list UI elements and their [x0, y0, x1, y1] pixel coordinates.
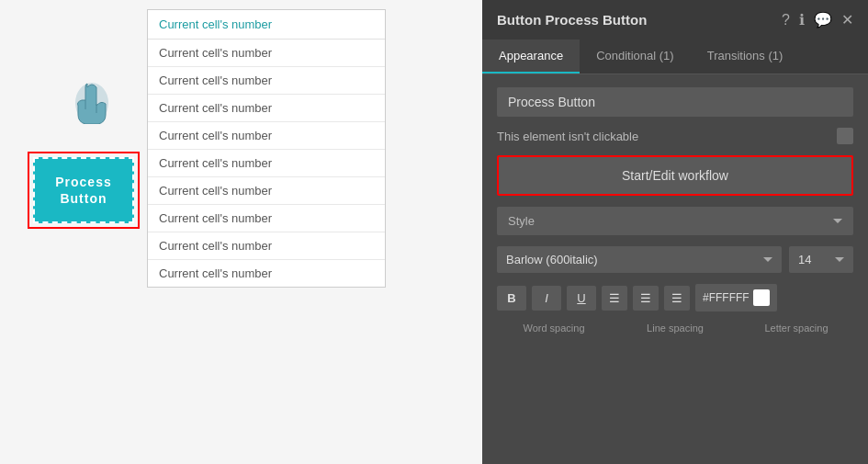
canvas-icon	[64, 78, 119, 124]
align-right-button[interactable]: ☰	[664, 286, 690, 311]
process-button-label: Process Button	[33, 157, 134, 223]
tab-conditional[interactable]: Conditional (1)	[580, 40, 691, 74]
panel-title: Button Process Button	[497, 12, 647, 28]
word-spacing-label: Word spacing	[497, 323, 611, 334]
font-name: Barlow (600italic)	[506, 253, 598, 266]
table-header: Current cell's number	[148, 10, 385, 40]
right-panel: Button Process Button ? ℹ 💬 ✕ Appearance…	[482, 0, 868, 464]
font-chevron-icon	[763, 257, 772, 262]
italic-button[interactable]: I	[532, 286, 561, 311]
table-row: Current cell's number	[148, 95, 385, 122]
workflow-button[interactable]: Start/Edit workflow	[497, 155, 853, 196]
size-chevron-icon	[835, 257, 844, 262]
bold-button[interactable]: B	[497, 286, 526, 311]
tabs-bar: Appearance Conditional (1) Transitions (…	[482, 40, 868, 74]
table-row: Current cell's number	[148, 40, 385, 67]
table-row: Current cell's number	[148, 122, 385, 150]
tab-transitions[interactable]: Transitions (1)	[691, 40, 800, 74]
clickable-label: This element isn't clickable	[497, 130, 638, 143]
table-row: Current cell's number	[148, 232, 385, 260]
letter-spacing-label: Letter spacing	[739, 323, 853, 334]
table-row: Current cell's number	[148, 177, 385, 205]
clickable-checkbox[interactable]	[837, 128, 853, 144]
line-spacing-label: Line spacing	[618, 323, 732, 334]
process-button-widget[interactable]: Process Button	[28, 152, 140, 229]
clickable-row: This element isn't clickable	[497, 128, 853, 144]
close-icon[interactable]: ✕	[841, 11, 853, 28]
color-hex-label: #FFFFFF	[703, 291, 750, 304]
tab-appearance[interactable]: Appearance	[482, 40, 580, 74]
color-box	[753, 289, 770, 306]
align-center-button[interactable]: ☰	[633, 286, 659, 311]
underline-button[interactable]: U	[567, 286, 596, 311]
align-left-button[interactable]: ☰	[602, 286, 627, 311]
font-size-select[interactable]: 14	[789, 246, 853, 273]
panel-header: Button Process Button ? ℹ 💬 ✕	[482, 0, 868, 40]
table-row: Current cell's number	[148, 67, 385, 95]
button-name-input[interactable]	[497, 87, 853, 117]
help-icon[interactable]: ?	[782, 12, 790, 28]
format-row: B I U ☰ ☰ ☰ #FFFFFF	[497, 284, 853, 311]
font-select[interactable]: Barlow (600italic)	[497, 246, 782, 273]
spacing-row: Word spacing Line spacing Letter spacing	[497, 323, 853, 334]
table-row: Current cell's number	[148, 260, 385, 287]
table-row: Current cell's number	[148, 205, 385, 232]
font-size-value: 14	[798, 253, 811, 266]
data-table: Current cell's number Current cell's num…	[147, 9, 386, 288]
panel-content: This element isn't clickable Start/Edit …	[482, 74, 868, 464]
chat-icon[interactable]: 💬	[814, 11, 832, 28]
style-dropdown[interactable]: Style	[497, 207, 853, 235]
info-icon[interactable]: ℹ	[799, 11, 805, 28]
chevron-down-icon	[833, 219, 842, 223]
table-row: Current cell's number	[148, 150, 385, 177]
color-picker[interactable]: #FFFFFF	[695, 284, 777, 311]
style-label: Style	[508, 214, 535, 228]
font-row: Barlow (600italic) 14	[497, 246, 853, 273]
canvas-area: Process Button Current cell's number Cur…	[0, 0, 482, 464]
panel-header-icons: ? ℹ 💬 ✕	[782, 11, 853, 28]
